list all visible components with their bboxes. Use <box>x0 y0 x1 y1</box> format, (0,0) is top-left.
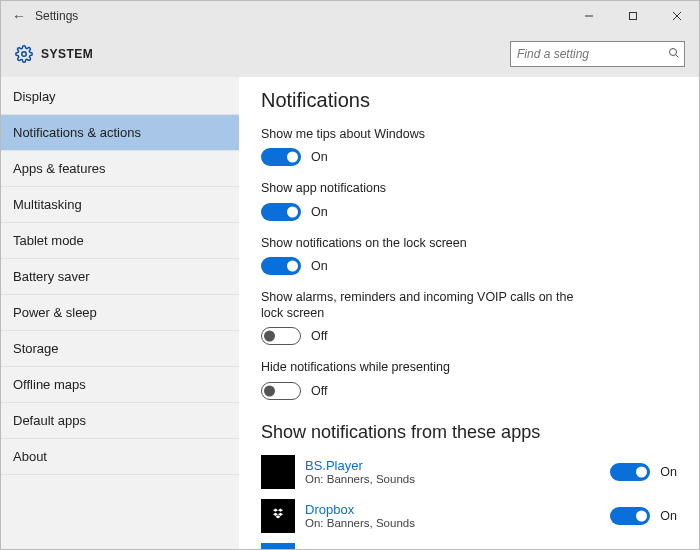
toggle-state-label: On <box>311 259 328 273</box>
toggle-app-0[interactable] <box>610 463 650 481</box>
toggle-setting-3[interactable] <box>261 327 301 345</box>
sidebar-item-about[interactable]: About <box>1 439 239 475</box>
toggle-state-label: On <box>311 150 328 164</box>
svg-point-4 <box>22 52 27 57</box>
maximize-button[interactable] <box>611 1 655 31</box>
sidebar-item-multitasking[interactable]: Multitasking <box>1 187 239 223</box>
office-icon <box>261 543 295 550</box>
sidebar-item-label: Notifications & actions <box>13 125 141 140</box>
section-title: SYSTEM <box>41 47 93 61</box>
svg-point-5 <box>670 49 677 56</box>
setting-row: Show notifications on the lock screenOn <box>261 235 677 275</box>
toggle-setting-0[interactable] <box>261 148 301 166</box>
app-subtext: On: Banners, Sounds <box>305 473 610 485</box>
sidebar-item-display[interactable]: Display <box>1 79 239 115</box>
setting-label: Show app notifications <box>261 180 581 196</box>
setting-label: Hide notifications while presenting <box>261 359 581 375</box>
sidebar-item-battery-saver[interactable]: Battery saver <box>1 259 239 295</box>
app-subtext: On: Banners, Sounds <box>305 517 610 529</box>
app-name-link[interactable]: BS.Player <box>305 458 610 473</box>
sidebar-item-apps-features[interactable]: Apps & features <box>1 151 239 187</box>
header: SYSTEM <box>1 31 699 77</box>
page-heading: Notifications <box>261 89 677 112</box>
bsplayer-icon <box>261 455 295 489</box>
app-row: DropboxOn: Banners, SoundsOn <box>261 499 677 533</box>
window-title: Settings <box>35 9 78 23</box>
search-box[interactable] <box>510 41 685 67</box>
toggle-setting-2[interactable] <box>261 257 301 275</box>
sidebar-item-notifications-actions[interactable]: Notifications & actions <box>1 115 239 151</box>
window-controls <box>567 1 699 31</box>
setting-row: Show app notificationsOn <box>261 180 677 220</box>
sidebar-item-label: Apps & features <box>13 161 106 176</box>
gear-icon <box>15 45 33 63</box>
titlebar: ← Settings <box>1 1 699 31</box>
sidebar-item-label: Battery saver <box>13 269 90 284</box>
toggle-app-1[interactable] <box>610 507 650 525</box>
svg-line-6 <box>676 55 679 58</box>
setting-row: Show alarms, reminders and incoming VOIP… <box>261 289 677 346</box>
svg-rect-1 <box>630 13 637 20</box>
app-name-link[interactable]: Get Office <box>305 546 610 549</box>
sidebar-item-offline-maps[interactable]: Offline maps <box>1 367 239 403</box>
minimize-button[interactable] <box>567 1 611 31</box>
sidebar: DisplayNotifications & actionsApps & fea… <box>1 77 239 549</box>
content[interactable]: Notifications Show me tips about Windows… <box>239 77 699 549</box>
toggle-setting-4[interactable] <box>261 382 301 400</box>
sidebar-item-label: About <box>13 449 47 464</box>
settings-window: ← Settings SYSTEM DisplayNotifications &… <box>0 0 700 550</box>
sidebar-item-label: Storage <box>13 341 59 356</box>
sidebar-item-label: Display <box>13 89 56 104</box>
sidebar-item-power-sleep[interactable]: Power & sleep <box>1 295 239 331</box>
toggle-state-label: On <box>660 509 677 523</box>
toggle-setting-1[interactable] <box>261 203 301 221</box>
setting-row: Hide notifications while presentingOff <box>261 359 677 399</box>
close-button[interactable] <box>655 1 699 31</box>
setting-label: Show me tips about Windows <box>261 126 581 142</box>
toggle-state-label: On <box>660 465 677 479</box>
back-button[interactable]: ← <box>9 8 29 24</box>
search-input[interactable] <box>517 47 668 61</box>
sidebar-item-label: Offline maps <box>13 377 86 392</box>
sidebar-item-default-apps[interactable]: Default apps <box>1 403 239 439</box>
sidebar-item-tablet-mode[interactable]: Tablet mode <box>1 223 239 259</box>
setting-row: Show me tips about WindowsOn <box>261 126 677 166</box>
setting-label: Show alarms, reminders and incoming VOIP… <box>261 289 581 322</box>
setting-label: Show notifications on the lock screen <box>261 235 581 251</box>
sidebar-item-label: Tablet mode <box>13 233 84 248</box>
toggle-state-label: Off <box>311 384 327 398</box>
sidebar-item-storage[interactable]: Storage <box>1 331 239 367</box>
sidebar-item-label: Power & sleep <box>13 305 97 320</box>
apps-heading: Show notifications from these apps <box>261 422 677 443</box>
sidebar-item-label: Multitasking <box>13 197 82 212</box>
dropbox-icon <box>261 499 295 533</box>
app-name-link[interactable]: Dropbox <box>305 502 610 517</box>
sidebar-item-label: Default apps <box>13 413 86 428</box>
toggle-state-label: Off <box>311 329 327 343</box>
app-row: BS.PlayerOn: Banners, SoundsOn <box>261 455 677 489</box>
body: DisplayNotifications & actionsApps & fea… <box>1 77 699 549</box>
search-icon <box>668 45 680 63</box>
toggle-state-label: On <box>311 205 328 219</box>
app-row: Get OfficeOn: Banners, SoundsOn <box>261 543 677 550</box>
